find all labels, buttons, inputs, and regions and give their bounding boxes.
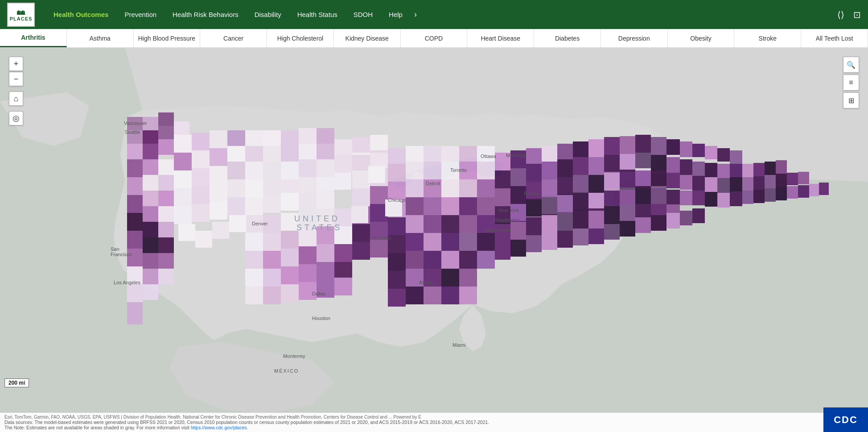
scale-bar: 200 mi: [4, 378, 29, 387]
tab-arthritis[interactable]: Arthritis: [0, 29, 67, 47]
scale-label: 200 mi: [4, 378, 29, 387]
tab-obesity[interactable]: Obesity: [668, 29, 735, 47]
main-nav: Health OutcomesPreventionHealth Risk Beh…: [37, 0, 835, 29]
tab-copd[interactable]: COPD: [401, 29, 468, 47]
logo-icon: 🏘: [17, 8, 25, 16]
tab-cancer[interactable]: Cancer: [200, 29, 267, 47]
nav-item-health-status[interactable]: Health Status: [289, 0, 346, 29]
datasource-line2: The Note: Estimates are not available fo…: [4, 425, 864, 430]
layers-map-button[interactable]: ≡: [843, 75, 859, 91]
logo-area: 🏘 PLACES: [5, 1, 37, 28]
bottom-bar: Esri, TomTom, Garmin, FAO, NOAA, USGS, E…: [0, 412, 868, 432]
tab-high-cholesterol[interactable]: High Cholesterol: [267, 29, 334, 47]
tab-kidney-disease[interactable]: Kidney Disease: [334, 29, 401, 47]
datasource-line1: Data sources: The model-based estimates …: [4, 420, 864, 425]
grid-map-button[interactable]: ⊞: [843, 92, 859, 108]
nav-item-health-outcomes[interactable]: Health Outcomes: [45, 0, 116, 29]
tab-bar: ArthritisAsthmaHigh Blood PressureCancer…: [0, 29, 868, 48]
logo-text: PLACES: [10, 16, 33, 21]
datasource-link[interactable]: https://www.cdc.gov/places.: [191, 425, 248, 430]
tab-heart-disease[interactable]: Heart Disease: [467, 29, 534, 47]
map-container[interactable]: + − ⌂ ◎ 🔍 ≡ ⊞ Vancouver Seattle SanFranc…: [0, 48, 868, 432]
cdc-logo: CDC: [823, 407, 868, 432]
tab-all-teeth-lost[interactable]: All Teeth Lost: [801, 29, 868, 47]
layers-button[interactable]: ⊡: [852, 8, 863, 22]
datasource-text: The Note: Estimates are not available fo…: [4, 425, 189, 430]
compass-button[interactable]: ◎: [9, 111, 23, 125]
tab-high-blood-pressure[interactable]: High Blood Pressure: [134, 29, 201, 47]
share-button[interactable]: ⟨⟩: [835, 8, 846, 22]
nav-item-sdoh[interactable]: SDOH: [346, 0, 381, 29]
header: 🏘 PLACES Health OutcomesPreventionHealth…: [0, 0, 868, 29]
map-tools-right: 🔍 ≡ ⊞: [843, 57, 859, 108]
cdc-logo-text: CDC: [834, 414, 858, 426]
zoom-out-button[interactable]: −: [9, 72, 23, 86]
search-map-button[interactable]: 🔍: [843, 57, 859, 73]
nav-item-health-risk-behaviors[interactable]: Health Risk Behaviors: [165, 0, 247, 29]
tab-depression[interactable]: Depression: [601, 29, 668, 47]
home-button[interactable]: ⌂: [9, 91, 23, 106]
header-right: ⟨⟩ ⊡: [835, 8, 863, 22]
places-logo[interactable]: 🏘 PLACES: [7, 3, 35, 27]
nav-item-help[interactable]: Help: [381, 0, 411, 29]
nav-more-button[interactable]: ›: [411, 10, 420, 19]
tab-asthma[interactable]: Asthma: [67, 29, 134, 47]
nav-item-disability[interactable]: Disability: [247, 0, 289, 29]
esri-attribution: Esri, TomTom, Garmin, FAO, NOAA, USGS, E…: [4, 415, 864, 420]
tab-diabetes[interactable]: Diabetes: [534, 29, 601, 47]
zoom-in-button[interactable]: +: [9, 57, 23, 71]
nav-item-prevention[interactable]: Prevention: [116, 0, 165, 29]
tab-stroke[interactable]: Stroke: [734, 29, 801, 47]
map-controls: + − ⌂ ◎: [9, 57, 23, 125]
